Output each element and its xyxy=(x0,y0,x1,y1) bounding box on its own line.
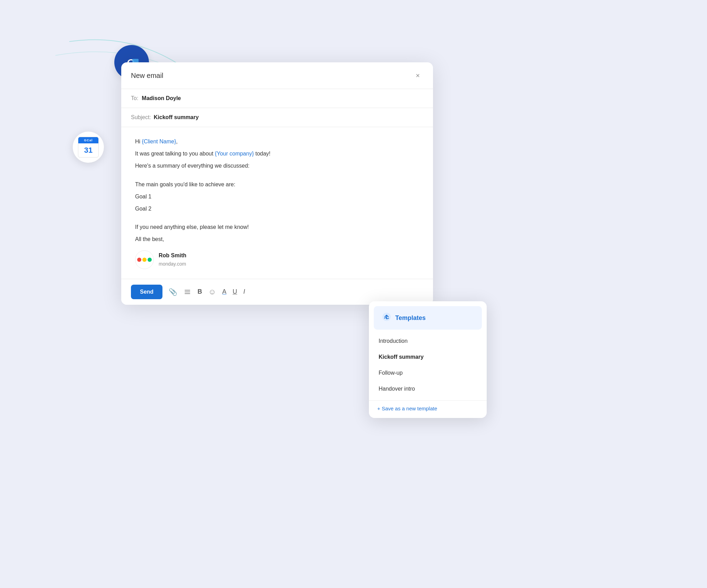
list-icon[interactable] xyxy=(184,288,191,296)
email-title: New email xyxy=(131,72,163,80)
line5-text: All the best, xyxy=(135,234,419,244)
line2-text: Here's a summary of everything we discus… xyxy=(135,161,419,170)
client-name-placeholder: {Client Name} xyxy=(142,139,176,144)
email-signature: Rob Smith monday.com xyxy=(135,250,419,269)
text-color-icon[interactable]: A xyxy=(222,288,227,295)
email-header: New email × xyxy=(121,62,433,89)
email-body[interactable]: Hi {Client Name}, It was great talking t… xyxy=(121,127,433,279)
calendar-icon: GCal 31 xyxy=(73,132,104,163)
templates-icon xyxy=(382,312,391,323)
template-list: Introduction Kickoff summary Follow-up H… xyxy=(369,330,487,400)
save-template-button[interactable]: + Save as a new template xyxy=(377,406,437,411)
templates-label: Templates xyxy=(395,314,426,322)
your-company-placeholder: {Your company} xyxy=(215,151,254,157)
template-item-kickoff[interactable]: Kickoff summary xyxy=(369,349,487,365)
goal2-text: Goal 2 xyxy=(135,204,419,213)
email-to-field[interactable]: To: Madison Doyle xyxy=(121,89,433,108)
line3-text: The main goals you'd like to achieve are… xyxy=(135,180,419,189)
bold-icon[interactable]: B xyxy=(197,288,202,295)
sender-name: Rob Smith xyxy=(159,251,186,260)
line1-post: today! xyxy=(254,151,271,157)
line1-pre: It was great talking to you about xyxy=(135,151,215,157)
sender-avatar xyxy=(135,250,154,269)
sender-company: monday.com xyxy=(159,260,186,268)
italic-icon[interactable]: I xyxy=(244,288,245,295)
email-subject-field[interactable]: Subject: Kickoff summary xyxy=(121,108,433,127)
attach-icon[interactable]: 📎 xyxy=(169,288,177,296)
greeting-text: Hi xyxy=(135,139,142,144)
underline-icon[interactable]: U xyxy=(233,288,237,295)
greeting-comma: , xyxy=(176,139,177,144)
to-label: To: xyxy=(131,95,138,101)
templates-footer: + Save as a new template xyxy=(369,400,487,418)
to-value: Madison Doyle xyxy=(142,95,181,101)
template-item-introduction[interactable]: Introduction xyxy=(369,333,487,349)
template-item-followup[interactable]: Follow-up xyxy=(369,365,487,381)
email-compose-window: New email × To: Madison Doyle Subject: K… xyxy=(121,62,433,305)
template-item-handover[interactable]: Handover intro xyxy=(369,381,487,397)
subject-label: Subject: xyxy=(131,114,151,121)
subject-value: Kickoff summary xyxy=(154,114,199,121)
emoji-icon[interactable]: ☺ xyxy=(208,287,216,296)
line4-text: If you need anything else, please let me… xyxy=(135,222,419,232)
email-toolbar: Send 📎 B ☺ A U I xyxy=(121,279,433,305)
templates-header: Templates xyxy=(374,306,482,330)
close-button[interactable]: × xyxy=(412,70,423,81)
templates-panel: Templates Introduction Kickoff summary F… xyxy=(369,301,487,418)
goal1-text: Goal 1 xyxy=(135,192,419,201)
send-button[interactable]: Send xyxy=(131,285,162,299)
